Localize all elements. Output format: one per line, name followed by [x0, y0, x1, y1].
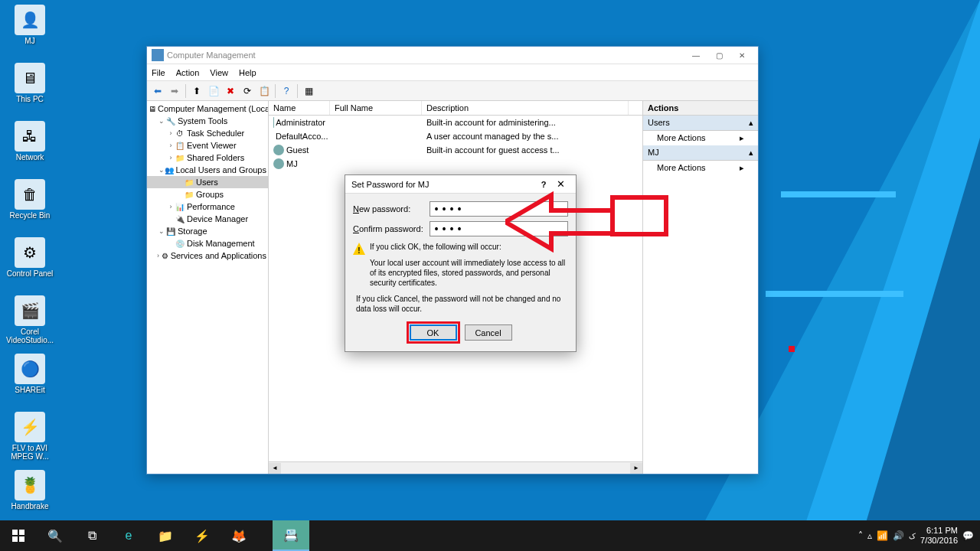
desktop-icon[interactable]: ⚡FLV to AVI MPEG W... — [5, 412, 55, 467]
desktop-icon[interactable]: 🎬Corel VideoStudio... — [5, 295, 55, 350]
firefox-button[interactable]: 🦊 — [220, 520, 257, 551]
new-password-input[interactable] — [430, 201, 568, 217]
dialog-help-button[interactable]: ? — [536, 180, 551, 189]
icon-glyph: ⚡ — [15, 412, 45, 442]
user-desc: Built-in account for administering... — [422, 116, 629, 129]
properties-button[interactable]: 📄 — [206, 83, 221, 99]
search-button[interactable]: 🔍 — [37, 520, 74, 551]
desktop-icon[interactable]: 🔵SHAREit — [5, 354, 55, 409]
desktop-icon[interactable]: ⚙Control Panel — [5, 237, 55, 292]
actions-group-users[interactable]: Users▴ — [643, 116, 758, 131]
more-actions-users[interactable]: More Actions▸ — [643, 131, 758, 145]
cancel-button[interactable]: Cancel — [465, 324, 512, 341]
computer-management-task[interactable]: 📇 — [273, 520, 309, 551]
dialog-close-button[interactable]: ✕ — [551, 178, 570, 190]
clock[interactable]: 6:11 PM 7/30/2016 — [920, 526, 958, 546]
expand-icon[interactable]: › — [167, 154, 175, 161]
tree-item[interactable]: ⌄💾Storage — [147, 225, 268, 237]
tree-icon: 💿 — [175, 238, 185, 249]
tree-item[interactable]: 🔌Device Manager — [147, 213, 268, 225]
tree-item[interactable]: 🖥Computer Management (Local — [147, 103, 268, 115]
nav-forward-button[interactable]: ➡ — [167, 83, 182, 99]
export-button[interactable]: 📋 — [256, 83, 272, 99]
user-name: MJ — [286, 159, 298, 168]
expand-icon[interactable]: ⌄ — [158, 166, 165, 174]
tree-item[interactable]: 📁Groups — [147, 188, 268, 201]
menu-action[interactable]: Action — [176, 68, 200, 77]
file-explorer-button[interactable]: 📁 — [147, 520, 184, 551]
user-row[interactable]: DefaultAcco...A user account managed by … — [269, 129, 642, 143]
collapse-icon: ▴ — [749, 148, 753, 158]
tree-item[interactable]: ›📊Performance — [147, 201, 268, 213]
task-view-button[interactable]: ⧉ — [74, 520, 110, 551]
minimize-button[interactable]: — — [684, 47, 707, 64]
icon-glyph: 👤 — [15, 5, 45, 35]
column-header[interactable]: Full Name — [330, 101, 422, 115]
edge-button[interactable]: e — [110, 520, 147, 551]
tree-item[interactable]: ⌄👥Local Users and Groups — [147, 164, 268, 176]
desktop-icon[interactable]: 🗑Recycle Bin — [5, 179, 55, 234]
tree-item[interactable]: ›⚙Services and Applications — [147, 249, 268, 262]
tree-item[interactable]: ›📁Shared Folders — [147, 152, 268, 164]
collapse-icon: ▴ — [749, 118, 753, 128]
tree-label: Storage — [178, 227, 207, 236]
menu-file[interactable]: File — [152, 68, 165, 77]
nav-back-button[interactable]: ⬅ — [150, 83, 165, 99]
help-button[interactable]: ? — [279, 83, 294, 99]
icon-label: Recycle Bin — [10, 211, 51, 220]
menu-help[interactable]: Help — [239, 68, 256, 77]
tree-pane[interactable]: 🖥Computer Management (Local⌄🔧System Tool… — [147, 101, 269, 474]
desktop-icon[interactable]: 🖧Network — [5, 121, 55, 176]
expand-icon[interactable]: ⌄ — [158, 227, 165, 235]
expand-icon[interactable]: › — [167, 129, 175, 137]
h-scrollbar[interactable]: ◄ ► — [269, 461, 642, 474]
user-desc — [422, 158, 629, 170]
tray-chevron-icon[interactable]: ˄ — [858, 530, 863, 541]
notifications-icon[interactable]: 💬 — [962, 530, 974, 541]
tree-item[interactable]: 💿Disk Management — [147, 237, 268, 249]
confirm-password-input[interactable] — [430, 221, 568, 236]
network-icon[interactable]: ▵ — [867, 530, 872, 541]
expand-icon[interactable]: › — [155, 252, 161, 259]
tree-item[interactable]: ›⏱Task Scheduler — [147, 127, 268, 139]
tree-item[interactable]: 📁Users — [147, 176, 268, 188]
actions-group-mj[interactable]: MJ▴ — [643, 145, 758, 161]
menu-view[interactable]: View — [210, 68, 228, 77]
more-actions-mj[interactable]: More Actions▸ — [643, 161, 758, 175]
svg-rect-5 — [766, 291, 903, 297]
column-header[interactable]: Description — [422, 101, 629, 115]
volume-icon[interactable]: 🔊 — [893, 530, 904, 541]
extra-button[interactable]: ▦ — [301, 83, 316, 99]
user-row[interactable]: MJ — [269, 157, 642, 171]
dialog-titlebar[interactable]: Set Password for MJ ? ✕ — [345, 175, 576, 194]
language-icon[interactable]: ک — [909, 532, 916, 540]
tree-item[interactable]: ›📋Event Viewer — [147, 139, 268, 152]
warning-icon: ! — [353, 243, 365, 255]
tree-item[interactable]: ⌄🔧System Tools — [147, 115, 268, 127]
user-row[interactable]: GuestBuilt-in account for guest access t… — [269, 143, 642, 157]
desktop-icon[interactable]: 👤MJ — [5, 5, 55, 60]
maximize-button[interactable]: ▢ — [707, 47, 730, 64]
scroll-right-button[interactable]: ► — [630, 463, 642, 474]
up-button[interactable]: ⬆ — [189, 83, 204, 99]
scroll-left-button[interactable]: ◄ — [269, 463, 281, 474]
dialog-title: Set Password for MJ — [351, 180, 536, 189]
winamp-button[interactable]: ⚡ — [184, 520, 220, 551]
taskbar: 🔍 ⧉ e 📁 ⚡ 🦊 📇 ˄ ▵ 📶 🔊 ک 6:11 PM 7/30/201… — [0, 520, 980, 551]
wifi-icon[interactable]: 📶 — [877, 530, 888, 541]
user-desc: Built-in account for guest access t... — [422, 144, 629, 156]
desktop-icon[interactable]: 🖥This PC — [5, 63, 55, 118]
list-header[interactable]: NameFull NameDescription — [269, 101, 642, 116]
start-button[interactable] — [0, 520, 37, 551]
refresh-button[interactable]: ⟳ — [240, 83, 255, 99]
desktop-icon[interactable]: 🍍Handbrake — [5, 470, 55, 525]
delete-button[interactable]: ✖ — [223, 83, 238, 99]
expand-icon[interactable]: ⌄ — [158, 117, 165, 125]
column-header[interactable]: Name — [269, 101, 330, 115]
mmc-titlebar[interactable]: Computer Management — ▢ ✕ — [147, 47, 758, 64]
ok-button[interactable]: OK — [410, 324, 457, 341]
close-button[interactable]: ✕ — [730, 47, 753, 64]
user-row[interactable]: AdministratorBuilt-in account for admini… — [269, 116, 642, 129]
expand-icon[interactable]: › — [167, 203, 175, 210]
expand-icon[interactable]: › — [167, 142, 175, 149]
